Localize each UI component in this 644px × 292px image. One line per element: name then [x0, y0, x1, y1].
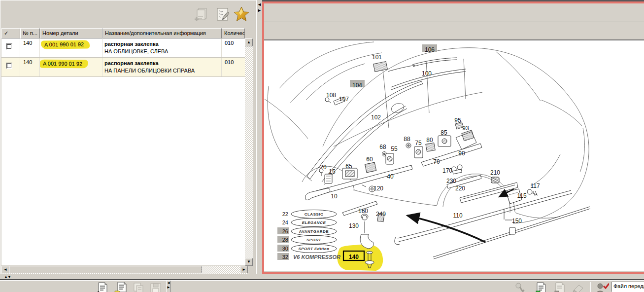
part-callout-55[interactable]: 55	[391, 146, 398, 152]
badge-label: SPORT Edition	[298, 247, 329, 251]
position-number: 140	[20, 38, 40, 57]
part-callout-140[interactable]: 140	[349, 254, 359, 260]
position-number: 140	[20, 58, 40, 76]
quantity: 010	[222, 38, 245, 57]
part-callout-88[interactable]: 88	[404, 136, 410, 143]
toolbar-separator	[590, 282, 591, 292]
part-info: НА ПАНЕЛИ ОБЛИЦОВКИ СПРАВА	[104, 67, 221, 74]
part-callout-10[interactable]: 10	[331, 193, 338, 200]
part-number[interactable]: A 001 990 01 92	[41, 40, 90, 49]
scroll-right-button[interactable]: ►	[240, 266, 248, 273]
table-body: 140A 001 990 01 92распорная заклепкаНА О…	[1, 38, 245, 265]
view-document-icon[interactable]	[96, 282, 110, 292]
badge-row-22: 22CLASSIC	[282, 210, 337, 219]
scroll-left-button[interactable]: ◄	[1, 266, 9, 273]
table-row[interactable]: 140A 001 990 01 92распорная заклепкаНА П…	[1, 58, 245, 77]
part-callout-100[interactable]: 100	[422, 70, 432, 77]
vertical-scrollbar[interactable]: ▲ ▼	[245, 38, 253, 266]
badge-number: 24	[282, 219, 288, 225]
part-callout-60[interactable]: 60	[366, 156, 373, 163]
file-transfer-input[interactable]: Файл переда	[611, 282, 644, 292]
badge-number: 30	[282, 246, 288, 252]
part-callout-150[interactable]: 150	[512, 218, 522, 224]
part-callout-130[interactable]: 130	[349, 222, 359, 229]
part-callout-80[interactable]: 80	[426, 137, 433, 144]
collapse-left-icon[interactable]: ◄	[257, 2, 262, 7]
scroll-up-button[interactable]: ▲	[245, 38, 253, 46]
part-callout-68[interactable]: 68	[379, 144, 386, 150]
eraser-icon[interactable]	[572, 282, 586, 292]
horizontal-scrollbar[interactable]: ◄ ►	[1, 266, 248, 274]
part-callout-85[interactable]: 85	[441, 129, 447, 136]
diagram-subheader-band	[264, 23, 644, 39]
toolbar-splitter[interactable]: ◄►	[166, 281, 171, 292]
badge-label: V6 KOMPRESSOR	[293, 254, 340, 260]
badge-row-28: 28SPORT	[277, 236, 337, 244]
active-panel-border-top	[262, 1, 644, 3]
document-gray-status-icon[interactable]	[553, 282, 567, 292]
row-checkbox[interactable]	[6, 63, 12, 69]
part-callout-107[interactable]: 107	[339, 96, 349, 103]
part-callout-220[interactable]: 220	[455, 185, 465, 192]
part-callout-102[interactable]: 102	[371, 114, 381, 121]
part-callout-170[interactable]: 170	[442, 167, 452, 174]
part-callout-117[interactable]: 117	[530, 182, 540, 189]
badge-row-32: 32V6 KOMPRESSOR	[277, 253, 340, 260]
part-callout-20[interactable]: 20	[320, 164, 327, 171]
part-callout-40[interactable]: 40	[387, 173, 394, 180]
part-callout-210[interactable]: 210	[490, 169, 500, 176]
horizontal-scroll-thumb[interactable]	[9, 266, 202, 273]
diagram-canvas: 1061011001041081071029593858880756855906…	[264, 39, 644, 271]
part-callout-104[interactable]: 104	[352, 82, 362, 89]
save-icon[interactable]	[149, 282, 163, 292]
column-header-0[interactable]: ✓	[1, 28, 20, 38]
part-callout-70[interactable]: 70	[433, 158, 440, 165]
edit-note-icon[interactable]	[215, 6, 232, 23]
part-callout-106[interactable]: 106	[425, 46, 435, 53]
part-callout-240[interactable]: 240	[376, 211, 386, 218]
column-header-3[interactable]: Название/дополнительная информация	[102, 28, 222, 38]
badge-number: 28	[282, 237, 288, 243]
add-note-pages-icon[interactable]	[193, 6, 210, 23]
favorites-star-icon[interactable]	[233, 6, 250, 23]
part-callout-75[interactable]: 75	[415, 140, 422, 146]
highlight-blob	[338, 244, 383, 271]
part-callout-15[interactable]: 15	[329, 168, 336, 175]
column-header-1[interactable]: № п...	[20, 28, 40, 38]
parts-list-panel: ✓№ п...Номер деталиНазвание/дополнительн…	[0, 0, 256, 274]
part-number[interactable]: A 001 990 01 92	[40, 60, 88, 69]
trim-moldings	[305, 58, 590, 259]
part-callout-65[interactable]: 65	[345, 163, 352, 170]
panel-splitter[interactable]: ◄ ►	[256, 0, 262, 274]
part-name: распорная заклепка	[104, 40, 221, 48]
row-checkbox[interactable]	[6, 43, 12, 50]
badge-row-24: 24ELEGANCE	[282, 219, 337, 227]
part-info: НА ОБЛИЦОВКЕ, СЛЕВА	[104, 48, 221, 55]
copy-pages-icon[interactable]	[132, 282, 146, 292]
model-badge-legend: 22CLASSIC24ELEGANCE26AVANTGARDE28SPORT30…	[277, 210, 340, 260]
part-callout-95[interactable]: 95	[454, 117, 461, 124]
part-callout-120[interactable]: 120	[373, 185, 383, 192]
collapse-right-icon[interactable]: ►	[257, 8, 262, 13]
table-row[interactable]: 140A 001 990 01 92распорная заклепкаНА О…	[1, 38, 245, 58]
user-confirm-icon[interactable]	[595, 282, 609, 292]
part-callout-115[interactable]: 115	[517, 192, 526, 199]
part-callout-93[interactable]: 93	[462, 125, 469, 132]
parts-toolbar	[0, 0, 256, 28]
part-callout-230[interactable]: 230	[446, 178, 456, 184]
badge-number: 32	[282, 254, 288, 260]
badge-row-30: 30SPORT Edition	[277, 245, 337, 253]
part-callout-110[interactable]: 110	[453, 212, 462, 219]
column-header-4[interactable]: Количес	[222, 28, 245, 38]
splitter-updown-icon[interactable]: ▲▼	[4, 275, 11, 279]
part-callout-101[interactable]: 101	[372, 54, 382, 61]
part-callout-160[interactable]: 160	[358, 208, 368, 215]
document-green-status-icon[interactable]	[535, 282, 548, 292]
part-callout-90[interactable]: 90	[458, 150, 465, 157]
part-callout-108[interactable]: 108	[326, 92, 336, 99]
bottom-toolbar: ◄►	[0, 280, 644, 292]
scroll-down-button[interactable]: ▼	[245, 258, 253, 266]
open-document-folder-icon[interactable]	[114, 282, 128, 292]
key-tool-icon[interactable]	[514, 282, 528, 292]
column-header-2[interactable]: Номер детали	[40, 28, 102, 38]
